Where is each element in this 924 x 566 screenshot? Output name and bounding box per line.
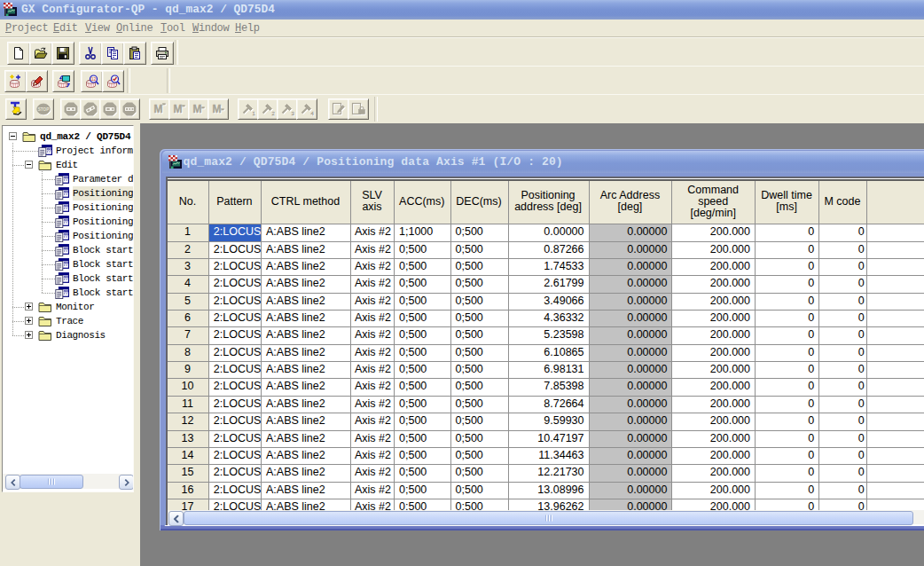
svg-text:M: M [193,103,202,115]
svg-text:M: M [174,103,183,115]
svg-text:STOP: STOP [38,107,49,112]
svg-text:M: M [213,103,222,115]
svg-text:M: M [154,103,163,115]
svg-text:12: 12 [90,76,96,82]
